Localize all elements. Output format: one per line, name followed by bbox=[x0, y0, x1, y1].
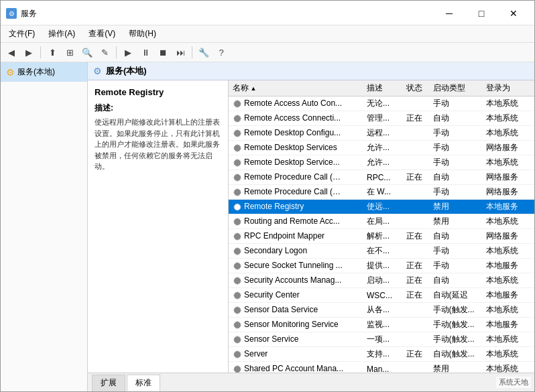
service-status-cell: 正在 bbox=[402, 229, 429, 244]
service-logon-cell: 网络服务 bbox=[482, 170, 534, 185]
table-row[interactable]: Sensor Service一项...手动(触发...本地系统 bbox=[229, 332, 534, 347]
service-desc-cell: 一项... bbox=[363, 332, 402, 347]
service-status-cell bbox=[402, 214, 429, 229]
col-header-status[interactable]: 状态 bbox=[402, 80, 429, 96]
watermark: 系统天地 bbox=[496, 377, 531, 388]
help-toolbar-button[interactable]: ? bbox=[213, 45, 229, 60]
table-row[interactable]: Security CenterWSC...正在自动(延迟本地服务 bbox=[229, 288, 534, 303]
service-logon-cell: 本地服务 bbox=[482, 259, 534, 273]
forward-button[interactable]: ▶ bbox=[21, 45, 37, 60]
service-logon-cell: 本地系统 bbox=[482, 111, 534, 126]
services-table-panel[interactable]: 名称 描述 状态 启动类型 登录为 Remote Access Auto Con… bbox=[229, 80, 534, 373]
panel-header-icon: ⚙ bbox=[93, 66, 102, 76]
table-row[interactable]: Secondary Logon在不...手动本地系统 bbox=[229, 244, 534, 259]
start-service-button[interactable]: ▶ bbox=[120, 45, 136, 60]
table-row[interactable]: Shared PC Account Mana...Man...禁用本地系统 bbox=[229, 362, 534, 373]
minimize-button[interactable]: ─ bbox=[434, 5, 465, 22]
table-row[interactable]: Remote Access Auto Con...无论...手动本地系统 bbox=[229, 96, 534, 111]
menu-view[interactable]: 查看(V) bbox=[83, 27, 121, 41]
service-desc-cell: 远程... bbox=[363, 126, 402, 141]
col-header-logon[interactable]: 登录为 bbox=[482, 80, 534, 96]
table-row[interactable]: Remote Desktop Service...允许...手动本地系统 bbox=[229, 155, 534, 170]
table-row[interactable]: Sensor Monitoring Service监视...手动(触发...本地… bbox=[229, 318, 534, 332]
table-row[interactable]: Remote Desktop Services允许...手动网络服务 bbox=[229, 141, 534, 155]
service-status-cell: 正在 bbox=[402, 288, 429, 303]
service-status-cell bbox=[402, 141, 429, 155]
service-status-cell bbox=[402, 155, 429, 170]
service-name-cell: RPC Endpoint Mapper bbox=[229, 229, 363, 244]
col-header-startup[interactable]: 启动类型 bbox=[429, 80, 482, 96]
menu-help[interactable]: 帮助(H) bbox=[123, 27, 162, 41]
service-desc-cell: 在 W... bbox=[363, 185, 402, 200]
service-startup-cell: 自动 bbox=[429, 111, 482, 126]
restart-service-button[interactable]: ⏭ bbox=[172, 45, 188, 60]
service-startup-cell: 自动 bbox=[429, 229, 482, 244]
service-status-cell bbox=[402, 244, 429, 259]
service-status-cell bbox=[402, 332, 429, 347]
service-name-cell: Server bbox=[229, 347, 363, 362]
service-status-cell bbox=[402, 96, 429, 111]
table-row[interactable]: Remote Procedure Call (…在 W...手动网络服务 bbox=[229, 185, 534, 200]
close-button[interactable]: ✕ bbox=[498, 5, 529, 22]
tab-standard[interactable]: 标准 bbox=[127, 375, 160, 391]
service-status-cell bbox=[402, 303, 429, 318]
service-desc-cell: 监视... bbox=[363, 318, 402, 332]
table-row[interactable]: Server支持...正在自动(触发...本地系统 bbox=[229, 347, 534, 362]
window-title: 服务 bbox=[21, 8, 37, 19]
col-header-desc[interactable]: 描述 bbox=[363, 80, 402, 96]
table-row[interactable]: Routing and Remote Acc...在局...禁用本地系统 bbox=[229, 214, 534, 229]
service-status-cell: 正在 bbox=[402, 259, 429, 273]
maximize-button[interactable]: □ bbox=[466, 5, 497, 22]
table-row[interactable]: RPC Endpoint Mapper解析...正在自动网络服务 bbox=[229, 229, 534, 244]
menu-file[interactable]: 文件(F) bbox=[3, 27, 40, 41]
table-row[interactable]: Remote Desktop Configu...远程...手动本地系统 bbox=[229, 126, 534, 141]
title-bar: ⚙ 服务 ─ □ ✕ bbox=[1, 1, 534, 25]
disconnect-button[interactable]: ✎ bbox=[97, 45, 113, 60]
right-panel: ⚙ 服务(本地) Remote Registry 描述: 使远程用户能修改此计算… bbox=[88, 62, 534, 391]
service-desc-cell: 使远... bbox=[363, 200, 402, 214]
service-startup-cell: 手动(触发... bbox=[429, 303, 482, 318]
service-startup-cell: 手动(触发... bbox=[429, 332, 482, 347]
service-desc-cell: 允许... bbox=[363, 155, 402, 170]
service-startup-cell: 手动 bbox=[429, 155, 482, 170]
properties-button[interactable]: 🔧 bbox=[196, 45, 212, 60]
service-name-cell: Security Accounts Manag... bbox=[229, 273, 363, 288]
left-panel-services[interactable]: ⚙ 服务(本地) bbox=[1, 62, 87, 82]
service-desc-cell: WSC... bbox=[363, 288, 402, 303]
table-row[interactable]: Security Accounts Manag...启动...正在自动本地系统 bbox=[229, 273, 534, 288]
service-desc-cell: 启动... bbox=[363, 273, 402, 288]
stop-service-button[interactable]: ⏹ bbox=[155, 45, 171, 60]
pause-service-button[interactable]: ⏸ bbox=[137, 45, 154, 60]
table-row[interactable]: Sensor Data Service从各...手动(触发...本地系统 bbox=[229, 303, 534, 318]
service-name-cell: Secondary Logon bbox=[229, 244, 363, 259]
menu-action[interactable]: 操作(A) bbox=[43, 27, 80, 41]
service-status-cell bbox=[402, 126, 429, 141]
service-logon-cell: 本地系统 bbox=[482, 244, 534, 259]
selected-service-name: Remote Registry bbox=[95, 87, 221, 97]
table-row[interactable]: Remote Registry使远...禁用本地服务 bbox=[229, 200, 534, 214]
col-header-name[interactable]: 名称 bbox=[229, 80, 363, 96]
service-logon-cell: 本地服务 bbox=[482, 200, 534, 214]
service-desc-cell: 允许... bbox=[363, 141, 402, 155]
up-button[interactable]: ⬆ bbox=[44, 45, 60, 60]
service-startup-cell: 手动 bbox=[429, 141, 482, 155]
service-desc-cell: 支持... bbox=[363, 347, 402, 362]
service-desc-cell: 在不... bbox=[363, 244, 402, 259]
service-status-cell bbox=[402, 318, 429, 332]
service-name-cell: Remote Desktop Service... bbox=[229, 155, 363, 170]
table-row[interactable]: Remote Procedure Call (…RPC...正在自动网络服务 bbox=[229, 170, 534, 185]
map-drive-button[interactable]: 🔍 bbox=[79, 45, 95, 60]
back-button[interactable]: ◀ bbox=[3, 45, 19, 60]
table-row[interactable]: Secure Socket Tunneling ...提供...正在手动本地服务 bbox=[229, 259, 534, 273]
services-table: 名称 描述 状态 启动类型 登录为 Remote Access Auto Con… bbox=[229, 80, 534, 373]
service-name-cell: Remote Procedure Call (… bbox=[229, 185, 363, 200]
service-startup-cell: 自动 bbox=[429, 170, 482, 185]
service-name-cell: Routing and Remote Acc... bbox=[229, 214, 363, 229]
service-name-cell: Sensor Data Service bbox=[229, 303, 363, 318]
service-startup-cell: 手动 bbox=[429, 259, 482, 273]
service-desc-cell: 提供... bbox=[363, 259, 402, 273]
show-hide-button[interactable]: ⊞ bbox=[62, 45, 78, 60]
table-row[interactable]: Remote Access Connecti...管理...正在自动本地系统 bbox=[229, 111, 534, 126]
tab-expand[interactable]: 扩展 bbox=[92, 375, 125, 391]
service-logon-cell: 本地系统 bbox=[482, 303, 534, 318]
